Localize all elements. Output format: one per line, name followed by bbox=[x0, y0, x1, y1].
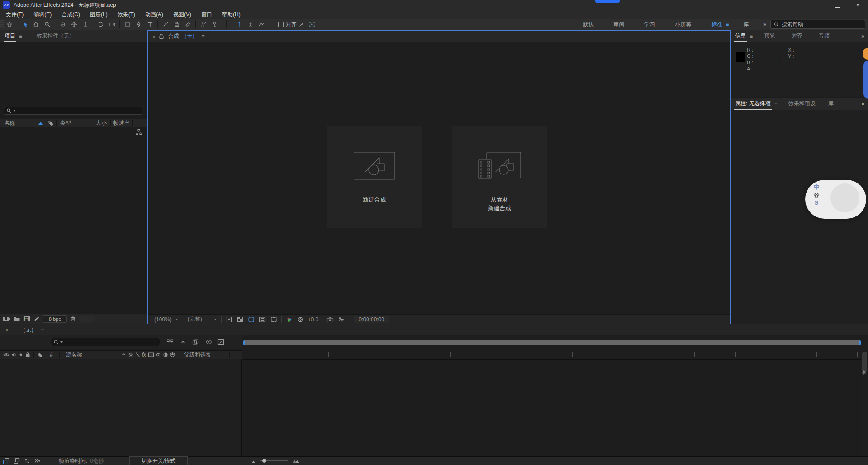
workspace-tab-learn[interactable]: 学习 bbox=[634, 21, 665, 28]
frame-blend-switch-icon[interactable] bbox=[148, 352, 154, 357]
workspace-tab-library[interactable]: 库 bbox=[733, 21, 759, 28]
composition-tab-none[interactable]: （无） bbox=[181, 33, 198, 40]
new-composition-icon[interactable] bbox=[23, 315, 31, 322]
snapping-checkbox[interactable] bbox=[278, 22, 284, 27]
timeline-lanes[interactable] bbox=[243, 360, 861, 456]
home-icon[interactable] bbox=[4, 19, 15, 30]
lock-icon[interactable] bbox=[159, 33, 164, 39]
new-composition-card[interactable]: 新建合成 bbox=[327, 126, 422, 228]
magnification-dropdown[interactable]: (100%) bbox=[151, 316, 181, 323]
threed-layer-icon[interactable] bbox=[170, 352, 175, 357]
audio-icon[interactable] bbox=[11, 352, 17, 357]
pan-camera-tool-icon[interactable] bbox=[68, 19, 80, 30]
zoom-slider-knob[interactable] bbox=[262, 459, 266, 463]
workspace-overflow-icon[interactable]: » bbox=[759, 21, 770, 28]
timeline-search-input[interactable] bbox=[51, 338, 160, 346]
composition-tab-title[interactable]: 合成 bbox=[168, 33, 179, 40]
column-type[interactable]: 类型 bbox=[57, 119, 75, 127]
menu-help[interactable]: 帮助(H) bbox=[217, 10, 245, 19]
collapse-transformations-icon[interactable] bbox=[128, 352, 134, 357]
panel-menu-icon[interactable]: ≡ bbox=[774, 101, 778, 107]
column-framerate[interactable]: 帧速率 bbox=[111, 119, 132, 127]
app-logo-icon[interactable]: Ae bbox=[3, 1, 10, 9]
interpret-footage-icon[interactable] bbox=[3, 315, 10, 322]
maximize-button[interactable] bbox=[827, 0, 848, 10]
close-tab-icon[interactable]: × bbox=[151, 34, 157, 39]
time-navigator-bar[interactable] bbox=[243, 340, 861, 345]
ime-skin-icon[interactable] bbox=[813, 193, 820, 198]
region-of-interest-icon[interactable] bbox=[257, 316, 268, 323]
panel-overflow-icon[interactable]: » bbox=[861, 101, 864, 107]
toggle-inout-pane-icon[interactable] bbox=[24, 458, 30, 464]
panel-menu-icon[interactable]: ≡ bbox=[750, 33, 753, 39]
hand-tool-icon[interactable] bbox=[30, 19, 42, 30]
eraser-tool-icon[interactable] bbox=[182, 19, 193, 30]
solo-icon[interactable] bbox=[19, 352, 23, 357]
motion-blur-switch-icon[interactable] bbox=[156, 352, 161, 357]
sort-ascending-icon[interactable] bbox=[38, 122, 43, 125]
resolution-dropdown[interactable]: (完整) bbox=[185, 315, 219, 323]
column-source-name[interactable]: 源名称 bbox=[66, 351, 82, 359]
timeline-tab-label[interactable]: （无） bbox=[20, 326, 36, 334]
dolly-camera-tool-icon[interactable] bbox=[80, 19, 91, 30]
color-depth-button[interactable]: 8 bpc bbox=[43, 315, 67, 323]
tab-info[interactable]: 信息 ≡ bbox=[731, 30, 756, 42]
ime-logo-letter[interactable]: S bbox=[815, 199, 819, 206]
local-axis-mode-icon[interactable] bbox=[233, 19, 245, 30]
toggle-switches-modes-button[interactable]: 切换开关/模式 bbox=[129, 456, 188, 465]
channel-icon[interactable] bbox=[283, 316, 295, 323]
label-tag-icon[interactable] bbox=[37, 352, 43, 358]
exposure-reset-icon[interactable] bbox=[295, 316, 306, 323]
lock-icon[interactable] bbox=[25, 352, 31, 357]
close-tab-icon[interactable]: × bbox=[4, 327, 10, 333]
comp-marker-bin-icon[interactable] bbox=[861, 370, 867, 375]
trash-icon[interactable] bbox=[70, 315, 76, 322]
tab-preview[interactable]: 预览 bbox=[760, 30, 780, 42]
time-ruler[interactable] bbox=[243, 350, 861, 360]
toggle-transfer-pane-icon[interactable] bbox=[14, 458, 20, 464]
close-button[interactable]: × bbox=[848, 0, 868, 10]
workspace-tab-standard[interactable]: 标准 bbox=[701, 21, 725, 28]
column-name[interactable]: 名称 bbox=[0, 119, 19, 127]
help-search-input[interactable]: 搜索帮助 bbox=[770, 20, 865, 29]
graph-editor-icon[interactable] bbox=[217, 339, 224, 345]
project-settings-icon[interactable] bbox=[33, 315, 40, 322]
show-snapshot-icon[interactable] bbox=[336, 316, 347, 323]
transparency-grid-icon[interactable] bbox=[235, 316, 245, 322]
clone-stamp-tool-icon[interactable] bbox=[171, 19, 182, 30]
ime-floating-widget[interactable]: 中 S bbox=[805, 180, 866, 219]
adjustment-layer-icon[interactable] bbox=[163, 352, 168, 357]
tab-project[interactable]: 项目 ≡ bbox=[0, 30, 26, 42]
tab-effect-controls[interactable]: 效果控件（无） bbox=[32, 30, 79, 42]
column-parent-link[interactable]: 父级和链接 bbox=[184, 351, 211, 359]
edge-widget-blue[interactable] bbox=[863, 61, 868, 99]
search-options-caret-icon[interactable] bbox=[60, 341, 63, 343]
quality-icon[interactable] bbox=[135, 352, 140, 357]
tab-audio[interactable]: 音频 bbox=[814, 30, 834, 42]
tab-properties[interactable]: 属性: 无选择项 ≡ bbox=[731, 98, 781, 110]
effects-switch-label[interactable]: fx bbox=[142, 352, 146, 358]
mini-flowchart-icon[interactable] bbox=[166, 339, 174, 345]
mask-visibility-icon[interactable] bbox=[245, 316, 257, 323]
toggle-render-pane-icon[interactable] bbox=[34, 458, 41, 464]
panel-menu-icon[interactable]: ≡ bbox=[41, 327, 44, 333]
minimize-button[interactable]: — bbox=[807, 0, 827, 10]
shy-switch-icon[interactable] bbox=[121, 352, 127, 357]
menu-effect[interactable]: 效果(T) bbox=[113, 10, 140, 19]
roto-brush-tool-icon[interactable] bbox=[198, 19, 209, 30]
puppet-pin-tool-icon[interactable] bbox=[209, 19, 220, 30]
tab-align[interactable]: 对齐 bbox=[787, 30, 807, 42]
toolbar-grip[interactable] bbox=[0, 20, 4, 28]
menu-composition[interactable]: 合成(C) bbox=[57, 10, 85, 19]
tab-effects-presets[interactable]: 效果和预设 bbox=[784, 98, 820, 110]
notification-pill[interactable] bbox=[595, 0, 620, 3]
view-axis-mode-icon[interactable] bbox=[256, 19, 267, 30]
menu-edit[interactable]: 编辑(E) bbox=[28, 10, 57, 19]
fast-previews-icon[interactable] bbox=[223, 316, 235, 323]
zoom-slider[interactable] bbox=[260, 460, 288, 461]
menu-animation[interactable]: 动画(A) bbox=[140, 10, 168, 19]
snapping-control[interactable]: 对齐 bbox=[278, 21, 304, 28]
label-tag-icon[interactable] bbox=[45, 120, 56, 127]
brush-tool-icon[interactable] bbox=[160, 19, 171, 30]
rectangle-tool-icon[interactable] bbox=[122, 19, 133, 30]
